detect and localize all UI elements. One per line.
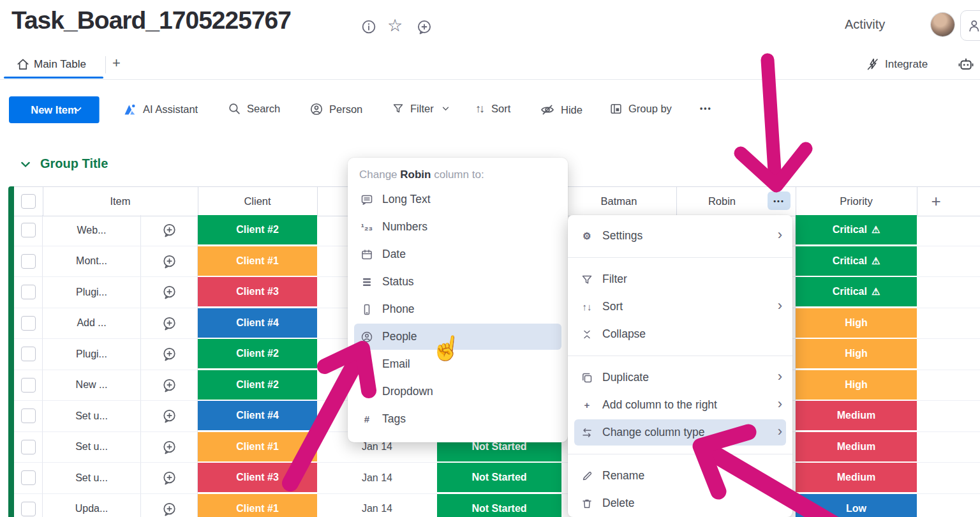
column-header-item[interactable]: Item: [43, 187, 198, 216]
date-cell[interactable]: Jan 14: [317, 494, 437, 517]
item-name-cell[interactable]: Add ...: [43, 308, 141, 340]
column-type-option-long-text[interactable]: Long Text: [348, 186, 568, 213]
context-menu-collapse[interactable]: Collapse ›: [568, 320, 792, 348]
context-menu-filter[interactable]: Filter ›: [568, 266, 792, 293]
group-title[interactable]: Group Title: [40, 156, 108, 171]
add-column-button[interactable]: +: [917, 187, 955, 216]
row-checkbox[interactable]: [21, 254, 36, 269]
filter-button[interactable]: Filter: [392, 102, 449, 115]
add-update-cell[interactable]: [141, 494, 198, 517]
integrate-button[interactable]: Integrate: [865, 57, 928, 71]
add-update-cell[interactable]: [141, 339, 198, 370]
add-update-cell[interactable]: [141, 277, 198, 308]
add-update-bubble-icon[interactable]: [161, 346, 177, 362]
automations-robot-icon[interactable]: [957, 56, 975, 73]
row-checkbox[interactable]: [21, 223, 36, 237]
add-update-bubble-icon[interactable]: [161, 408, 177, 424]
add-update-bubble-icon[interactable]: [161, 253, 177, 269]
client-cell[interactable]: Client #1: [198, 246, 317, 278]
client-cell[interactable]: Client #2: [198, 339, 317, 370]
chevron-down-icon[interactable]: [66, 107, 89, 112]
add-update-cell[interactable]: [141, 401, 198, 432]
client-cell[interactable]: Client #2: [198, 215, 317, 246]
group-collapse-chevron-icon[interactable]: [20, 161, 31, 168]
tab-main-table[interactable]: Main Table: [34, 58, 86, 71]
robin-column-menu-button[interactable]: •••: [768, 191, 791, 210]
group-by-button[interactable]: Group by: [609, 102, 672, 116]
add-update-bubble-icon[interactable]: [161, 470, 177, 486]
priority-cell[interactable]: High⚠: [796, 370, 917, 401]
column-type-option-dropdown[interactable]: Dropdown: [348, 378, 568, 405]
select-all-checkbox[interactable]: [21, 194, 36, 209]
priority-cell[interactable]: High⚠: [796, 339, 917, 370]
item-name-cell[interactable]: Mont...: [43, 246, 141, 278]
add-update-bubble-icon[interactable]: [161, 501, 177, 517]
column-type-option-tags[interactable]: # Tags: [348, 405, 568, 433]
column-header-client[interactable]: Client: [198, 187, 317, 216]
client-cell[interactable]: Client #3: [198, 463, 317, 494]
row-checkbox[interactable]: [21, 470, 36, 485]
item-name-cell[interactable]: Set u...: [43, 401, 141, 432]
status-cell[interactable]: Not Started: [437, 463, 561, 494]
item-name-cell[interactable]: Upda...: [43, 494, 141, 517]
column-header-batman[interactable]: Batman: [561, 187, 676, 216]
column-type-option-date[interactable]: Date: [348, 241, 568, 268]
row-checkbox[interactable]: [21, 502, 36, 516]
item-name-cell[interactable]: Set u...: [43, 463, 141, 494]
context-menu-rename[interactable]: Rename ›: [568, 462, 792, 490]
search-button[interactable]: Search: [228, 102, 280, 116]
date-cell[interactable]: Jan 14: [317, 463, 437, 494]
add-view-button[interactable]: +: [112, 55, 121, 71]
invite-button[interactable]: [960, 10, 980, 41]
favorite-star-icon[interactable]: ☆: [387, 15, 404, 32]
context-menu-add-column-to-the-right[interactable]: + Add column to the right ›: [568, 391, 792, 419]
row-checkbox[interactable]: [21, 378, 36, 393]
client-cell[interactable]: Client #1: [198, 494, 317, 517]
priority-cell[interactable]: Medium⚠: [796, 463, 917, 494]
add-update-cell[interactable]: [141, 463, 198, 494]
priority-cell[interactable]: Medium⚠: [796, 432, 917, 463]
priority-cell[interactable]: Critical⚠: [796, 246, 917, 278]
priority-cell[interactable]: Critical⚠: [796, 277, 917, 308]
status-cell[interactable]: Not Started: [437, 494, 561, 517]
person-filter-button[interactable]: Person: [309, 102, 362, 116]
add-update-bubble-icon[interactable]: [161, 284, 177, 300]
item-name-cell[interactable]: Set u...: [43, 432, 141, 463]
add-update-cell[interactable]: [141, 370, 198, 401]
client-cell[interactable]: Client #4: [198, 401, 317, 432]
context-menu-duplicate[interactable]: Duplicate ›: [568, 364, 792, 391]
context-menu-delete[interactable]: Delete ›: [568, 490, 792, 517]
priority-cell[interactable]: High⚠: [796, 308, 917, 340]
sort-button[interactable]: ↑↓ Sort: [475, 102, 510, 116]
context-menu-change-column-type[interactable]: Change column type ›: [568, 419, 792, 446]
priority-cell[interactable]: Critical⚠: [796, 215, 917, 246]
add-update-bubble-icon[interactable]: [161, 222, 177, 238]
priority-cell[interactable]: Low⚠: [796, 494, 917, 517]
column-type-option-status[interactable]: Status: [348, 268, 568, 296]
row-checkbox[interactable]: [21, 347, 36, 361]
column-type-option-numbers[interactable]: ¹₂₃ Numbers: [348, 213, 568, 241]
add-update-cell[interactable]: [141, 432, 198, 463]
column-type-option-phone[interactable]: Phone: [348, 296, 568, 323]
row-checkbox[interactable]: [21, 285, 36, 299]
row-checkbox[interactable]: [21, 408, 36, 423]
add-update-cell[interactable]: [141, 308, 198, 340]
client-cell[interactable]: Client #1: [198, 432, 317, 463]
user-avatar[interactable]: [931, 13, 954, 36]
hide-button[interactable]: Hide: [540, 102, 583, 117]
priority-cell[interactable]: Medium⚠: [796, 401, 917, 432]
column-header-priority[interactable]: Priority: [796, 187, 917, 216]
add-update-bubble-icon[interactable]: [161, 439, 177, 455]
add-update-bubble-icon[interactable]: [161, 377, 177, 393]
context-menu-settings[interactable]: ⚙ Settings ›: [568, 222, 792, 250]
item-name-cell[interactable]: Plugi...: [43, 339, 141, 370]
item-name-cell[interactable]: Web...: [43, 215, 141, 246]
row-checkbox[interactable]: [21, 316, 36, 331]
info-icon[interactable]: [360, 19, 377, 35]
context-menu-sort[interactable]: ↑↓ Sort ›: [568, 293, 792, 320]
ai-assistant-button[interactable]: AI Assistant: [122, 102, 198, 117]
client-cell[interactable]: Client #4: [198, 308, 317, 340]
add-update-bubble-icon[interactable]: [161, 315, 177, 331]
add-update-cell[interactable]: [141, 215, 198, 246]
client-cell[interactable]: Client #2: [198, 370, 317, 401]
